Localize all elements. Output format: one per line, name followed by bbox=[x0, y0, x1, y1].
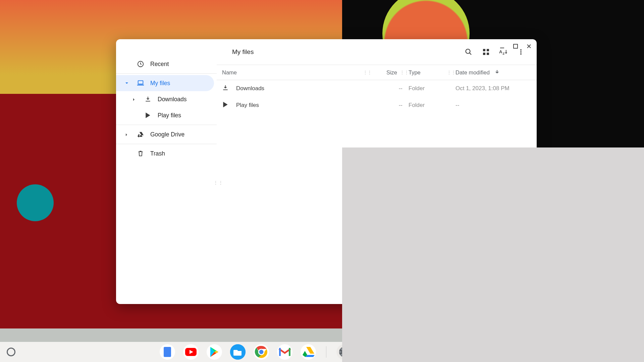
column-label: Size bbox=[386, 69, 397, 76]
play-store-icon bbox=[144, 112, 152, 119]
grid-view-button[interactable] bbox=[479, 45, 493, 59]
system-tray: Oct 3 3:17 2 GB bbox=[496, 346, 639, 358]
sidebar-item-label: Trash bbox=[150, 150, 165, 157]
update-icon bbox=[579, 349, 586, 355]
shelf-apps bbox=[15, 344, 496, 360]
svg-point-32 bbox=[624, 354, 625, 355]
play-store-icon bbox=[222, 101, 229, 110]
svg-rect-0 bbox=[500, 48, 504, 48]
close-button[interactable] bbox=[526, 43, 532, 49]
divider bbox=[116, 144, 217, 144]
file-type: Folder bbox=[409, 85, 455, 92]
notification-count: 2 bbox=[589, 348, 596, 356]
app-youtube[interactable] bbox=[183, 344, 199, 360]
more-vert-icon bbox=[518, 49, 524, 55]
svg-rect-17 bbox=[165, 351, 169, 352]
svg-rect-29 bbox=[500, 350, 506, 354]
search-button[interactable] bbox=[462, 45, 476, 59]
file-name: Play files bbox=[236, 102, 259, 109]
sidebar-item-label: Recent bbox=[150, 61, 169, 68]
column-size[interactable]: Size ⋮⋮ bbox=[372, 69, 409, 76]
svg-point-28 bbox=[342, 350, 346, 354]
app-drive[interactable] bbox=[301, 344, 316, 360]
app-play-store[interactable] bbox=[207, 344, 222, 360]
maximize-button[interactable] bbox=[513, 43, 519, 49]
svg-point-5 bbox=[466, 49, 470, 54]
sidebar-item-play-files[interactable]: Play files bbox=[116, 107, 217, 123]
sidebar-item-label: Play files bbox=[158, 112, 181, 119]
app-docs[interactable] bbox=[160, 344, 175, 360]
main-panel: My files AZ Name ⋮⋮ bbox=[217, 39, 537, 304]
tray-phone-button[interactable] bbox=[516, 346, 529, 358]
sidebar: Recent My files Downloads bbox=[116, 39, 217, 304]
app-chrome[interactable] bbox=[254, 344, 269, 360]
svg-rect-33 bbox=[632, 349, 635, 355]
file-date: Oct 1, 2023, 1:08 PM bbox=[455, 85, 529, 92]
svg-point-14 bbox=[520, 53, 522, 55]
sidebar-splitter[interactable]: ⋮⋮ bbox=[213, 180, 223, 185]
grip-icon[interactable]: ⋮⋮ bbox=[400, 70, 409, 75]
app-files[interactable] bbox=[230, 344, 246, 360]
sort-desc-icon bbox=[494, 69, 500, 76]
minimize-button[interactable] bbox=[499, 43, 505, 49]
window-controls bbox=[499, 43, 532, 49]
sidebar-item-downloads[interactable]: Downloads bbox=[116, 91, 217, 107]
chevron-down-icon bbox=[125, 80, 131, 87]
launcher-button[interactable] bbox=[7, 348, 15, 356]
grip-icon[interactable]: ⋮⋮ bbox=[363, 70, 372, 75]
column-headers: Name ⋮⋮ Size ⋮⋮ Type ⋮⋮ Date modified bbox=[217, 65, 537, 80]
sidebar-item-label: My files bbox=[150, 80, 170, 87]
screenshot-icon bbox=[499, 348, 507, 356]
toolbar: My files AZ bbox=[217, 39, 537, 65]
files-window: Recent My files Downloads bbox=[116, 39, 537, 304]
svg-rect-3 bbox=[138, 81, 143, 84]
sidebar-item-recent[interactable]: Recent bbox=[116, 56, 217, 72]
sidebar-item-label: Google Drive bbox=[150, 131, 184, 138]
sidebar-item-google-drive[interactable]: Google Drive bbox=[116, 126, 217, 142]
divider bbox=[116, 125, 217, 125]
file-name: Downloads bbox=[236, 85, 264, 92]
shelf-separator bbox=[326, 346, 326, 358]
sidebar-item-trash[interactable]: Trash bbox=[116, 145, 217, 162]
column-date[interactable]: Date modified bbox=[455, 69, 529, 76]
sidebar-item-label: Downloads bbox=[158, 96, 187, 103]
desktop: Recent My files Downloads bbox=[0, 0, 644, 362]
svg-rect-25 bbox=[279, 348, 281, 356]
battery-icon bbox=[632, 348, 636, 356]
tray-time-notifications[interactable]: 3:17 2 bbox=[561, 347, 600, 357]
chevron-right-icon bbox=[132, 96, 138, 103]
file-size: -- bbox=[372, 85, 409, 92]
app-settings[interactable] bbox=[336, 344, 352, 360]
sidebar-item-my-files[interactable]: My files bbox=[116, 75, 214, 91]
tray-date[interactable]: Oct 3 bbox=[535, 347, 555, 357]
wallpaper-dot bbox=[17, 184, 54, 221]
app-gmail[interactable] bbox=[277, 344, 292, 360]
shelf: Oct 3 3:17 2 GB bbox=[0, 342, 644, 362]
tray-screenshot-button[interactable] bbox=[496, 347, 510, 357]
svg-point-12 bbox=[520, 49, 522, 51]
svg-rect-18 bbox=[165, 353, 168, 354]
chevron-right-icon bbox=[125, 131, 131, 138]
grip-icon[interactable]: ⋮⋮ bbox=[447, 70, 455, 75]
svg-point-13 bbox=[520, 51, 522, 53]
file-row[interactable]: Play files -- Folder -- bbox=[217, 97, 537, 114]
column-type[interactable]: Type ⋮⋮ bbox=[409, 69, 455, 76]
tray-status[interactable]: GB bbox=[606, 347, 639, 357]
drive-icon bbox=[137, 131, 144, 137]
phone-icon bbox=[520, 348, 526, 356]
svg-rect-16 bbox=[165, 350, 169, 350]
svg-rect-6 bbox=[483, 49, 485, 51]
column-label: Date modified bbox=[455, 69, 490, 76]
trash-icon bbox=[137, 150, 144, 157]
download-icon bbox=[222, 84, 229, 93]
column-label: Type bbox=[409, 69, 421, 76]
keyboard-label: GB bbox=[609, 349, 618, 355]
column-name[interactable]: Name ⋮⋮ bbox=[222, 69, 372, 76]
file-row[interactable]: Downloads -- Folder Oct 1, 2023, 1:08 PM bbox=[217, 80, 537, 97]
svg-rect-8 bbox=[483, 53, 485, 55]
column-label: Name bbox=[222, 69, 237, 76]
wifi-icon bbox=[621, 349, 628, 355]
file-date: -- bbox=[455, 102, 529, 109]
file-type: Folder bbox=[409, 102, 455, 109]
svg-rect-4 bbox=[137, 85, 144, 85]
